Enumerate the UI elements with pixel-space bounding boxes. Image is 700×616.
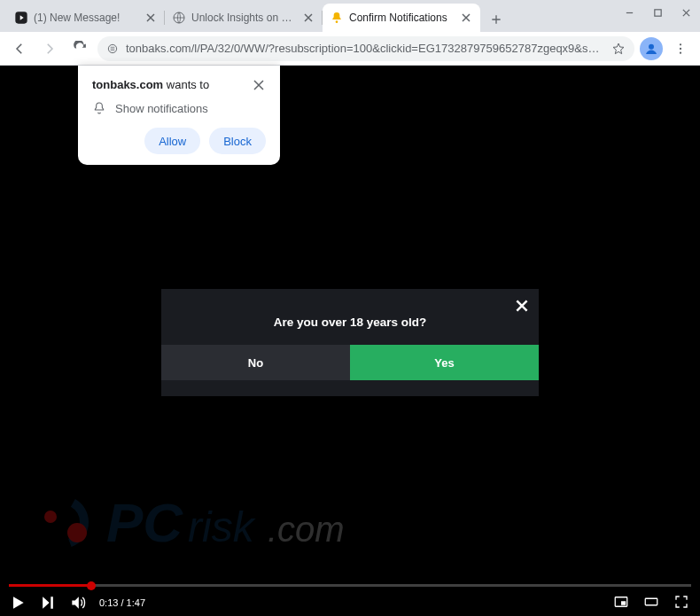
back-button[interactable]	[7, 36, 32, 61]
svg-rect-16	[621, 601, 626, 605]
tab-close-icon[interactable]	[459, 11, 473, 25]
age-verification-modal: Are you over 18 years old? No Yes	[161, 289, 539, 396]
browser-toolbar: tonbaks.com/l/PA/32/0/WW/?resubscription…	[0, 32, 700, 66]
svg-point-5	[649, 43, 654, 49]
tab-close-icon[interactable]	[301, 11, 315, 25]
svg-text:.com: .com	[268, 510, 345, 549]
svg-point-11	[44, 511, 57, 523]
forward-button[interactable]	[37, 36, 62, 61]
svg-point-7	[680, 47, 681, 49]
page-content: tonbaks.com wants to Show notifications …	[0, 66, 700, 616]
address-bar[interactable]: tonbaks.com/l/PA/32/0/WW/?resubscription…	[97, 36, 634, 61]
pip-button[interactable]	[613, 594, 631, 612]
pcrisk-watermark: PC risk .com	[28, 480, 401, 563]
tab-new-message[interactable]: (1) New Message!	[7, 4, 165, 32]
tab-confirm-notifications[interactable]: Confirm Notifications	[323, 4, 480, 32]
tab-insights[interactable]: Unlock Insights on Personal Fin	[165, 4, 323, 32]
bell-icon	[330, 11, 344, 25]
url-text: tonbaks.com/l/PA/32/0/WW/?resubscription…	[126, 42, 604, 55]
notification-permission-popup: tonbaks.com wants to Show notifications …	[78, 66, 280, 165]
tab-strip: (1) New Message! Unlock Insights on Pers…	[0, 0, 700, 32]
svg-point-8	[680, 51, 681, 53]
tab-close-icon[interactable]	[144, 11, 158, 25]
reload-button[interactable]	[67, 36, 92, 61]
svg-rect-3	[654, 9, 660, 15]
block-button[interactable]: Block	[209, 128, 266, 154]
permission-capability: Show notifications	[115, 102, 208, 115]
svg-text:risk: risk	[188, 503, 257, 550]
video-time: 0:13 / 1:47	[99, 597, 145, 608]
progress-bar[interactable]	[9, 584, 691, 587]
tab-label: Confirm Notifications	[349, 12, 454, 24]
site-info-icon[interactable]	[106, 43, 119, 55]
theater-button[interactable]	[643, 594, 661, 612]
bookmark-icon[interactable]	[611, 42, 626, 56]
minimize-button[interactable]	[615, 0, 643, 25]
fullscreen-button[interactable]	[673, 594, 691, 612]
allow-button[interactable]: Allow	[144, 128, 200, 154]
tab-label: (1) New Message!	[34, 12, 138, 24]
svg-point-10	[67, 523, 87, 542]
svg-point-6	[680, 43, 681, 45]
profile-avatar[interactable]	[640, 37, 663, 60]
new-tab-button[interactable]	[484, 7, 509, 32]
svg-text:PC: PC	[106, 492, 183, 553]
next-button[interactable]	[39, 594, 57, 612]
close-window-button[interactable]	[672, 0, 700, 25]
permission-title: tonbaks.com wants to	[92, 78, 209, 91]
window-controls	[615, 0, 700, 25]
video-controls: 0:13 / 1:47	[0, 584, 700, 616]
yes-button[interactable]: Yes	[350, 345, 539, 380]
close-icon[interactable]	[514, 298, 530, 314]
tab-label: Unlock Insights on Personal Fin	[191, 12, 296, 24]
close-icon[interactable]	[252, 78, 266, 92]
globe-icon	[172, 11, 186, 25]
bell-icon	[92, 101, 106, 115]
progress-fill	[9, 584, 91, 587]
play-button[interactable]	[9, 594, 27, 612]
menu-button[interactable]	[668, 36, 693, 61]
volume-button[interactable]	[69, 594, 87, 612]
video-icon	[14, 11, 28, 25]
svg-rect-17	[645, 598, 657, 605]
maximize-button[interactable]	[643, 0, 672, 25]
svg-point-2	[336, 20, 338, 23]
no-button[interactable]: No	[161, 345, 350, 380]
age-question: Are you over 18 years old?	[161, 289, 539, 345]
